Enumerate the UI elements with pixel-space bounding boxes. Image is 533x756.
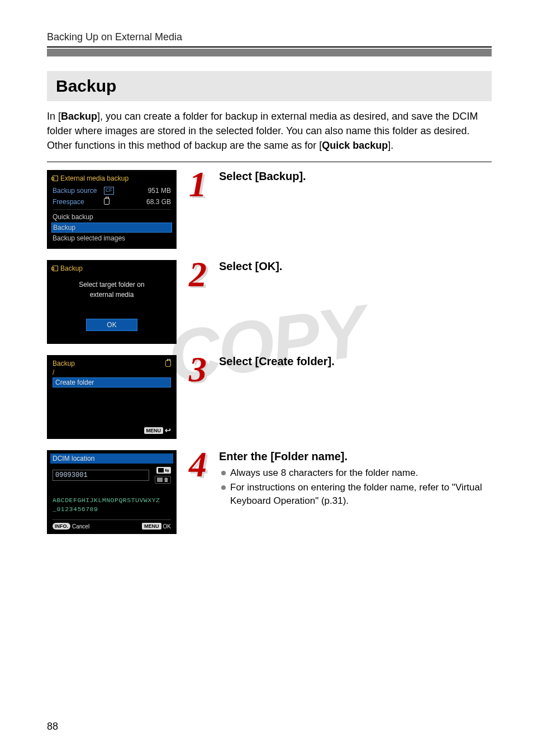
step-number-text: 2: [189, 254, 207, 294]
menu-item-backup[interactable]: Backup: [51, 223, 172, 233]
menu-item-backup-selected[interactable]: Backup selected images: [53, 233, 171, 243]
keyboard-row-2[interactable]: _0123456789: [53, 505, 171, 514]
bullet-item: Always use 8 characters for the folder n…: [219, 466, 492, 480]
menu-item-create-folder[interactable]: Create folder: [53, 377, 171, 388]
step-number: 4 4: [189, 450, 207, 479]
step-number: 1 1: [189, 170, 207, 199]
step-heading: Select [Create folder].: [219, 355, 492, 368]
screenshot-title-text: Backup: [60, 264, 83, 272]
steps-container: External media backup Backup source CF 9…: [47, 170, 492, 534]
ok-label: OK: [163, 523, 171, 530]
cancel-label: Cancel: [72, 523, 89, 530]
return-icon: ↩: [165, 426, 171, 434]
ok-hint[interactable]: MENU OK: [142, 523, 171, 530]
section-title: Backup: [56, 77, 483, 96]
dialog-message: Select target folder on external media: [53, 280, 171, 300]
step-number-text: 4: [189, 445, 207, 484]
cf-card-icon: CF: [104, 187, 114, 195]
dpad-move-icon: ⇆: [156, 467, 171, 474]
screenshot-select-target: Backup Select target folder on external …: [47, 260, 177, 344]
freespace-label: Freespace: [53, 198, 104, 206]
screenshot-create-folder: Backup / Create folder MENU ↩: [47, 355, 177, 439]
screenshot-title: Backup: [53, 264, 171, 272]
external-media-icon: [53, 176, 58, 181]
freespace-value: 68.3 GB: [110, 198, 171, 206]
backup-source-value: 951 MB: [114, 187, 171, 195]
intro-bold-backup: Backup: [61, 111, 97, 122]
step-copy: Select [Backup].: [219, 170, 492, 186]
intro-text-mid: ], you can create a folder for backup in…: [47, 111, 478, 151]
screenshot-external-media-backup: External media backup Backup source CF 9…: [47, 170, 177, 249]
step-number-text: 3: [189, 349, 207, 389]
step-number: 2 2: [189, 260, 207, 289]
divider: [47, 162, 492, 162]
intro-bold-quick: Quick backup: [322, 140, 388, 151]
external-media-icon: [53, 266, 58, 271]
info-button-label: INFO.: [53, 523, 70, 530]
step-row: DCIM location 09093001 ⇆ 🗑 ABCDEFGHIJKLM…: [47, 450, 492, 534]
bullet-item: For instructions on entering the folder …: [219, 481, 492, 508]
step-number-text: 1: [189, 164, 207, 204]
dialog-msg-line2: external media: [90, 291, 134, 299]
path-slash: /: [53, 368, 171, 376]
backup-menu-items: Quick backup Backup Backup selected imag…: [53, 209, 171, 243]
virtual-keyboard[interactable]: ABCDEFGHIJKLMNOPQRSTUVWXYZ _0123456789: [53, 496, 171, 513]
step-row: Backup / Create folder MENU ↩ 3 3 Select…: [47, 355, 492, 439]
ok-button[interactable]: OK: [86, 319, 137, 331]
menu-back-hint: MENU ↩: [144, 426, 172, 435]
step-heading: Enter the [Folder name].: [219, 450, 492, 463]
step-copy: Select [OK].: [219, 260, 492, 276]
screenshot-header: DCIM location: [50, 453, 173, 464]
running-head: Backing Up on External Media: [47, 31, 492, 43]
dial-delete-icon: 🗑: [155, 476, 171, 484]
screenshot-dcim-location: DCIM location 09093001 ⇆ 🗑 ABCDEFGHIJKLM…: [47, 450, 177, 534]
backup-source-label: Backup source: [53, 187, 104, 195]
header-bar: [47, 49, 492, 56]
menu-item-quick-backup[interactable]: Quick backup: [53, 212, 171, 222]
freespace-row: Freespace 68.3 GB: [53, 198, 171, 206]
step-heading: Select [OK].: [219, 260, 492, 273]
step-bullets: Always use 8 characters for the folder n…: [219, 466, 492, 507]
input-icons: ⇆ 🗑: [155, 467, 171, 484]
screenshot-title: External media backup: [53, 174, 171, 182]
step-row: External media backup Backup source CF 9…: [47, 170, 492, 249]
page-number: 88: [47, 721, 58, 733]
input-row: 09093001 ⇆ 🗑: [53, 467, 171, 484]
step-row: Backup Select target folder on external …: [47, 260, 492, 344]
dialog-msg-line1: Select target folder on: [79, 281, 144, 289]
section-title-block: Backup: [47, 71, 492, 101]
step-copy: Enter the [Folder name]. Always use 8 ch…: [219, 450, 492, 508]
backup-source-row: Backup source CF 951 MB: [53, 187, 171, 195]
screenshot-header: Backup: [53, 360, 171, 367]
dial-icon: [157, 478, 163, 482]
step-number: 3 3: [189, 355, 207, 384]
step-heading: Select [Backup].: [219, 170, 492, 183]
menu-label: MENU: [142, 523, 161, 530]
intro-text: In [: [47, 111, 61, 122]
folder-name-input[interactable]: 09093001: [53, 470, 149, 481]
header-rule: [47, 46, 492, 48]
bottom-bar: INFO. Cancel MENU OK: [53, 519, 171, 530]
drive-icon: [165, 360, 171, 367]
intro-text-suffix: ].: [388, 140, 393, 151]
intro-paragraph: In [Backup], you can create a folder for…: [47, 109, 492, 153]
screenshot-title-text: Backup: [53, 360, 75, 367]
cancel-hint[interactable]: INFO. Cancel: [53, 523, 89, 530]
dpad-icon: [158, 468, 164, 472]
keyboard-row-1[interactable]: ABCDEFGHIJKLMNOPQRSTUVWXYZ: [53, 496, 171, 505]
screenshot-title-text: External media backup: [60, 174, 129, 182]
menu-label: MENU: [144, 427, 164, 434]
step-copy: Select [Create folder].: [219, 355, 492, 371]
drive-icon: [104, 198, 110, 205]
